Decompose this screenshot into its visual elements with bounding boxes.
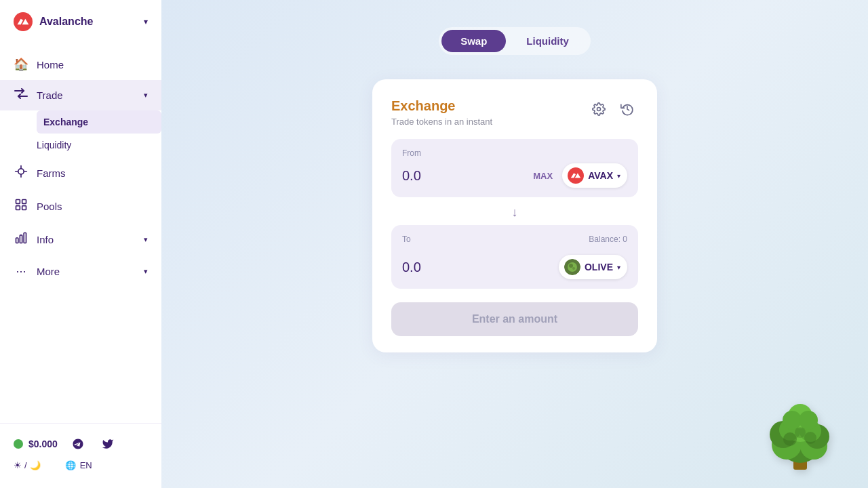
wallet-status-dot <box>14 439 23 449</box>
sidebar-item-exchange[interactable]: Exchange <box>37 110 161 134</box>
trade-icon <box>14 88 28 102</box>
footer-settings-row: ☀ / 🌙 🌐 EN <box>14 460 148 470</box>
pools-icon <box>14 198 28 215</box>
top-tab-group: Swap Liquidity <box>439 27 591 55</box>
home-label: Home <box>37 59 64 70</box>
svg-point-31 <box>783 411 802 430</box>
svg-rect-13 <box>20 235 22 243</box>
sidebar-nav: 🏠 Home Trade ▾ Exchange Liquidity <box>0 43 161 423</box>
sidebar-item-home[interactable]: 🏠 Home <box>0 49 161 80</box>
svg-point-19 <box>569 264 573 268</box>
card-title: Exchange <box>391 98 588 114</box>
footer-wallet-row: $0.000 <box>14 434 148 453</box>
trade-submenu: Exchange Liquidity <box>0 110 161 157</box>
sidebar: Avalanche ▾ 🏠 Home Trade ▾ Exchange Liqu… <box>0 0 161 488</box>
settings-button[interactable] <box>588 98 610 120</box>
pools-label: Pools <box>37 201 62 212</box>
to-balance: Balance: 0 <box>589 235 627 249</box>
max-button[interactable]: MAX <box>529 171 557 181</box>
network-selector[interactable]: Avalanche ▾ <box>0 0 161 43</box>
svg-rect-11 <box>22 206 26 210</box>
to-row: OLIVE ▾ <box>402 255 627 279</box>
from-token-chevron-icon: ▾ <box>617 172 620 180</box>
to-label: To <box>402 235 411 244</box>
svg-point-20 <box>572 267 575 270</box>
moon-icon: 🌙 <box>30 460 41 470</box>
sidebar-item-liquidity[interactable]: Liquidity <box>37 134 161 157</box>
more-label: More <box>37 266 60 277</box>
enter-amount-button[interactable]: Enter an amount <box>391 302 638 336</box>
card-subtitle: Trade tokens in an instant <box>391 117 588 127</box>
to-amount-input[interactable] <box>402 260 497 275</box>
avax-token-icon <box>568 167 584 184</box>
svg-point-33 <box>783 432 797 446</box>
tab-swap[interactable]: Swap <box>441 30 506 52</box>
more-chevron-icon: ▾ <box>144 267 148 276</box>
history-button[interactable] <box>616 98 638 120</box>
card-header: Exchange Trade tokens in an instant <box>391 98 638 127</box>
svg-point-34 <box>804 432 816 444</box>
svg-rect-10 <box>16 206 20 210</box>
swap-direction-arrow: ↓ <box>391 200 638 225</box>
network-label: Avalanche <box>39 16 93 28</box>
svg-point-32 <box>799 411 818 430</box>
language-selector[interactable]: 🌐 EN <box>65 460 92 470</box>
tree-decoration <box>753 390 848 481</box>
svg-rect-14 <box>24 233 26 243</box>
to-token-selector[interactable]: OLIVE ▾ <box>559 255 627 279</box>
main-content: Swap Liquidity Exchange Trade tokens in … <box>161 0 868 488</box>
sun-icon: ☀ <box>14 460 22 470</box>
svg-rect-9 <box>22 200 26 204</box>
from-row: MAX AVAX ▾ <box>402 163 627 188</box>
svg-point-3 <box>18 169 24 174</box>
more-icon: ··· <box>14 264 28 279</box>
sidebar-item-more[interactable]: ··· More ▾ <box>0 256 161 287</box>
card-actions <box>588 98 638 120</box>
svg-point-15 <box>597 108 601 111</box>
to-section: To Balance: 0 OLIVE ▾ <box>391 225 638 289</box>
svg-point-0 <box>14 12 33 31</box>
home-icon: 🏠 <box>14 57 28 72</box>
tab-liquidity[interactable]: Liquidity <box>507 30 588 52</box>
from-label: From <box>402 148 627 158</box>
avalanche-icon <box>14 12 33 31</box>
sidebar-item-trade[interactable]: Trade ▾ <box>0 80 161 110</box>
exchange-card: Exchange Trade tokens in an instant <box>372 79 657 352</box>
from-token-name: AVAX <box>588 170 613 181</box>
from-section: From MAX AVAX ▾ <box>391 139 638 197</box>
info-icon <box>14 231 28 248</box>
telegram-button[interactable] <box>68 434 87 453</box>
info-chevron-icon: ▾ <box>144 235 148 244</box>
sidebar-item-pools[interactable]: Pools <box>0 190 161 223</box>
trade-chevron-icon: ▾ <box>144 91 148 100</box>
svg-point-35 <box>795 427 806 438</box>
from-token-selector[interactable]: AVAX ▾ <box>562 163 627 188</box>
language-label: EN <box>80 460 92 470</box>
olive-token-icon <box>564 259 580 275</box>
theme-separator: / <box>24 460 27 470</box>
to-header-row: To Balance: 0 <box>402 235 627 249</box>
farms-icon <box>14 165 28 182</box>
farms-label: Farms <box>37 167 66 179</box>
trade-label: Trade <box>37 89 63 101</box>
wallet-display: $0.000 <box>14 439 58 449</box>
to-token-chevron-icon: ▾ <box>617 264 620 271</box>
to-token-name: OLIVE <box>585 262 613 272</box>
card-title-group: Exchange Trade tokens in an instant <box>391 98 588 127</box>
sidebar-footer: $0.000 ☀ / 🌙 🌐 EN <box>0 423 161 488</box>
twitter-button[interactable] <box>98 434 117 453</box>
theme-toggle[interactable]: ☀ / 🌙 <box>14 460 41 470</box>
sidebar-item-info[interactable]: Info ▾ <box>0 223 161 256</box>
info-label: Info <box>37 234 54 245</box>
svg-rect-12 <box>16 238 18 243</box>
globe-icon: 🌐 <box>65 460 76 470</box>
svg-point-16 <box>568 167 584 184</box>
from-amount-input[interactable] <box>402 168 497 184</box>
wallet-amount: $0.000 <box>28 439 58 449</box>
svg-rect-8 <box>16 200 20 204</box>
sidebar-item-farms[interactable]: Farms <box>0 157 161 190</box>
network-chevron-icon: ▾ <box>144 17 148 26</box>
